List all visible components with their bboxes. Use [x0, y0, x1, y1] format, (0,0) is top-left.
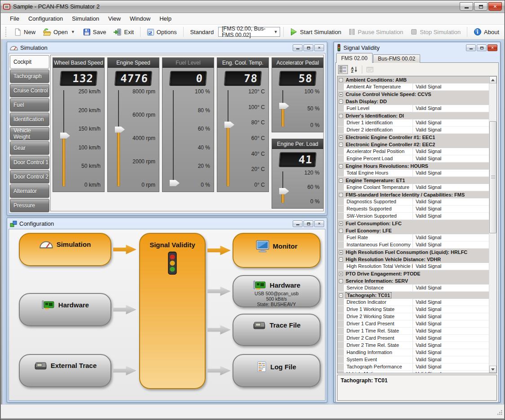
sim-tab-cruise-control[interactable]: Cruise Control — [10, 84, 49, 97]
category-row-engine-hours-revolutions-hours[interactable]: -Engine Hours Revolutions: HOURS — [338, 162, 489, 170]
open-dropdown-arrow-icon[interactable]: ▼ — [70, 30, 76, 34]
sv-tab-fms-02-00[interactable]: FMS 02.00 — [336, 53, 373, 63]
scroll-up-button[interactable] — [489, 76, 496, 83]
category-row-electronic-engine-controller-2-eec2[interactable]: -Electronic Engine Controller #2: EEC2 — [338, 141, 489, 148]
main-titlebar[interactable]: Sample - PCAN-FMS Simulator 2 ✕ — [0, 0, 505, 13]
maximize-button[interactable] — [474, 2, 487, 11]
signal-row-vehicle-motion[interactable]: Vehicle MotionValid Signal — [338, 371, 489, 373]
stop-simulation-button[interactable]: Stop Simulation — [407, 27, 464, 37]
slider-thumb[interactable] — [170, 180, 180, 186]
signal-row-engine-percent-load[interactable]: Engine Percent LoadValid Signal — [338, 155, 489, 162]
signal-row-system-event[interactable]: System EventValid Signal — [338, 356, 489, 363]
signal-row-tachograph-performance[interactable]: Tachograph PerformanceValid Signal — [338, 363, 489, 371]
alphabetical-sort-button[interactable]: AZ — [349, 65, 359, 74]
sim-tab-gear[interactable]: Gear — [10, 141, 49, 155]
category-row-fms-standard-interface-identity-capabilities-fms[interactable]: -FMS-standard Interface Identity / Capab… — [338, 191, 489, 198]
close-button[interactable]: ✕ — [488, 2, 502, 11]
menu-item-help[interactable]: Help — [155, 13, 176, 24]
category-row-driver-s-identification-di[interactable]: -Driver's Identification: DI — [338, 112, 489, 119]
sim-tab-fuel[interactable]: Fuel — [10, 98, 49, 112]
category-row-engine-temperature-et1[interactable]: -Engine Temperature: ET1 — [338, 177, 489, 184]
slider-thumb[interactable] — [279, 103, 289, 109]
category-row-fuel-consumption-lfc[interactable]: +Fuel Consumption: LFC — [338, 220, 489, 227]
menu-item-configuration[interactable]: Configuration — [24, 13, 67, 24]
scroll-down-button[interactable] — [489, 366, 496, 373]
close-button[interactable]: ✕ — [487, 44, 497, 51]
signal-row-sw-version-supported[interactable]: SW-Version SupportedValid Signal — [338, 213, 489, 220]
slider-thumb[interactable] — [224, 122, 234, 128]
configuration-window-titlebar[interactable]: Configuration ✕ — [9, 219, 325, 229]
flow-node-hardware-left[interactable]: Hardware — [19, 293, 111, 326]
collapse-icon[interactable]: - — [339, 229, 343, 233]
flow-node-external-trace[interactable]: External Trace — [19, 354, 111, 387]
signal-row-total-engine-hours[interactable]: Total Engine HoursValid Signal — [338, 170, 489, 177]
minimize-button[interactable] — [460, 2, 473, 11]
about-button[interactable]: About — [470, 26, 502, 37]
collapse-icon[interactable]: - — [339, 143, 343, 147]
signal-row-direction-indicator[interactable]: Direction IndicatorValid Signal — [338, 299, 489, 306]
collapse-icon[interactable]: - — [339, 179, 343, 183]
flow-node-simulation[interactable]: Simulation — [19, 233, 111, 266]
menu-item-view[interactable]: View — [104, 13, 125, 24]
category-row-service-information-serv[interactable]: -Service Information: SERV — [338, 277, 489, 284]
flow-node-log-file[interactable]: Log File — [233, 354, 321, 387]
signal-row-driver-1-identification[interactable]: Driver 1 identificationValid Signal — [338, 119, 489, 127]
category-row-pto-drive-engagement-ptode[interactable]: +PTO Drive Engagement: PTODE — [338, 270, 489, 277]
restore-button[interactable] — [477, 44, 487, 51]
signal-row-engine-coolant-temperature[interactable]: Engine Coolant TemperatureValid Signal — [338, 184, 489, 191]
scrollbar-thumb[interactable] — [489, 121, 496, 233]
category-row-ambient-conditions-amb[interactable]: -Ambient Conditions: AMB — [338, 76, 489, 83]
close-button[interactable]: ✕ — [314, 220, 324, 227]
signal-row-driver-2-time-rel-state[interactable]: Driver 2 Time Rel. StateValid Signal — [338, 342, 489, 349]
flow-node-monitor[interactable]: Monitor — [233, 233, 321, 268]
signal-row-requests-supported[interactable]: Requests SupportedValid Signal — [338, 206, 489, 213]
signal-row-high-resolution-total-vehicle-d[interactable]: High Resolution Total Vehicle DValid Sig… — [338, 263, 489, 270]
category-row-high-resolution-vehicle-distance-vdhr[interactable]: -High Resolution Vehicle Distance: VDHR — [338, 256, 489, 263]
new-button[interactable]: New — [11, 27, 39, 37]
category-row-tachograph-tc01[interactable]: -Tachograph: TC01 — [338, 292, 489, 299]
signal-row-drive-2-working-state[interactable]: Drive 2 Working StateValid Signal — [338, 313, 489, 320]
collapse-icon[interactable]: - — [339, 258, 343, 262]
collapse-icon[interactable]: - — [339, 100, 343, 104]
collapse-icon[interactable]: - — [339, 279, 343, 283]
categorized-view-button[interactable] — [338, 65, 348, 74]
sim-tab-vehicle-weight[interactable]: Vehicle Weight — [10, 127, 49, 140]
sim-tab-alternator[interactable]: Alternator — [10, 184, 49, 198]
open-button[interactable]: Open ▼ — [40, 27, 79, 37]
category-row-high-resolution-fuel-consumption-liquid-hrlfc[interactable]: +High Resolution Fuel Consumption (Liqui… — [338, 249, 489, 256]
flow-node-trace-file[interactable]: Trace File — [233, 314, 321, 346]
sim-tab-door-control-2[interactable]: Door Control 2 — [10, 170, 49, 184]
exit-button[interactable]: Exit — [110, 27, 137, 37]
save-button[interactable]: Save — [80, 27, 110, 37]
signal-row-driver-2-card-present[interactable]: Driver 2 Card PresentValid Signal — [338, 335, 489, 342]
start-simulation-button[interactable]: Start Simulation — [286, 26, 344, 37]
category-row-fuel-economy-lfe[interactable]: -Fuel Economy: LFE — [338, 227, 489, 234]
signal-row-handling-information[interactable]: Handling InformationValid Signal — [338, 349, 489, 356]
sim-tab-identification[interactable]: Identification — [10, 113, 49, 126]
expand-icon[interactable]: + — [339, 272, 343, 276]
menu-item-simulation[interactable]: Simulation — [67, 13, 104, 24]
collapse-icon[interactable]: - — [339, 293, 343, 298]
sv-tab-bus-fms-00-02[interactable]: Bus-FMS 00.02 — [373, 54, 420, 63]
expand-icon[interactable]: + — [339, 136, 343, 140]
signal-row-driver-1-card-present[interactable]: Driver 1 Card PresentValid Signal — [338, 320, 489, 328]
collapse-icon[interactable]: - — [339, 193, 343, 197]
signal-row-accelerator-pedal-position[interactable]: Accelerator Pedal PositionValid Signal — [338, 148, 489, 155]
signal-row-service-distance[interactable]: Service DistanceValid Signal — [338, 284, 489, 292]
signal-row-fuel-level[interactable]: Fuel LevelValid Signal — [338, 105, 489, 112]
signal-row-drive-1-working-state[interactable]: Drive 1 Working StateValid Signal — [338, 306, 489, 313]
simulation-window-titlebar[interactable]: Simulation ✕ — [9, 44, 325, 53]
sim-tab-tachograph[interactable]: Tachograph — [10, 70, 49, 83]
toolbar-grip[interactable] — [5, 27, 7, 37]
signal-row-driver-2-identification[interactable]: Driver 2 identificationValid Signal — [338, 127, 489, 134]
minimize-button[interactable] — [293, 44, 303, 51]
collapse-icon[interactable]: - — [339, 164, 343, 168]
category-row-cruise-control-vehicle-speed-ccvs[interactable]: +Cruise Control Vehicle Speed: CCVS — [338, 91, 489, 98]
minimize-button[interactable] — [466, 44, 476, 51]
slider-thumb[interactable] — [115, 127, 125, 133]
signal-row-driver-1-time-rel-state[interactable]: Driver 1 Time Rel. StateValid Signal — [338, 328, 489, 335]
slider-thumb[interactable] — [60, 132, 70, 139]
menu-item-file[interactable]: File — [5, 13, 24, 24]
expand-icon[interactable]: + — [339, 250, 343, 254]
restore-button[interactable] — [303, 44, 313, 51]
